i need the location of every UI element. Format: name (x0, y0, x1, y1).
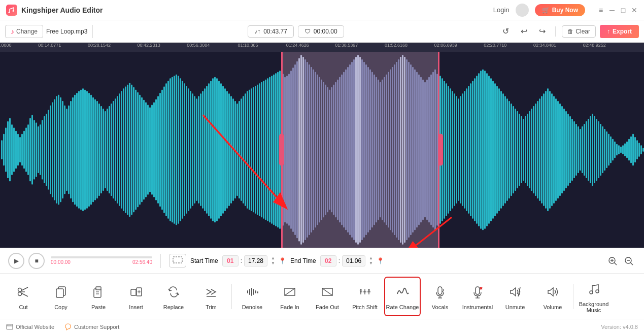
replace-tool[interactable]: Replace (155, 277, 192, 316)
file-section: ♪ Change Free Loop.mp3 (5, 25, 93, 38)
effects-tools-group: Denoise Fade In Fade Out (234, 277, 571, 316)
svg-rect-194 (388, 72, 389, 227)
redo2-button[interactable]: ↺ (498, 24, 513, 39)
zoom-in-button[interactable] (605, 254, 620, 268)
progress-bar[interactable] (51, 256, 152, 258)
svg-rect-274 (551, 93, 553, 206)
svg-rect-163 (325, 85, 326, 215)
svg-rect-77 (151, 105, 153, 195)
svg-rect-98 (194, 96, 195, 204)
vocals-icon (431, 283, 449, 301)
svg-rect-178 (355, 57, 357, 243)
close-button[interactable]: ✕ (631, 7, 638, 14)
svg-rect-276 (555, 98, 557, 201)
start-time-spin: ▲ ▼ (269, 256, 277, 266)
svg-rect-114 (226, 91, 228, 209)
insert-tool[interactable]: Insert (118, 277, 154, 316)
pin-icon-end[interactable]: 📍 (377, 257, 384, 264)
start-time-down[interactable]: ▼ (269, 261, 277, 266)
redo-button[interactable]: ↪ (535, 24, 549, 39)
pin-icon-start[interactable]: 📍 (279, 257, 286, 264)
unmute-label: Unmute (505, 304, 525, 310)
svg-rect-110 (218, 81, 220, 218)
svg-rect-303 (610, 137, 612, 163)
svg-rect-152 (302, 57, 304, 243)
end-time-down[interactable]: ▼ (367, 261, 375, 266)
svg-rect-105 (208, 83, 210, 216)
pitchshift-tool[interactable]: Pitch Shift (347, 277, 383, 316)
clear-button[interactable]: 🗑 Clear (562, 25, 596, 38)
svg-rect-17 (29, 118, 31, 182)
svg-rect-202 (404, 57, 405, 243)
svg-rect-284 (571, 119, 573, 181)
start-time-up[interactable]: ▲ (269, 256, 277, 261)
svg-rect-237 (476, 76, 478, 223)
svg-rect-189 (378, 80, 379, 220)
official-website-link[interactable]: Official Website (6, 323, 54, 330)
svg-rect-239 (480, 71, 482, 228)
end-sec-input[interactable] (342, 255, 365, 266)
stop-button[interactable]: ■ (28, 253, 45, 269)
svg-rect-218 (436, 74, 438, 226)
copy-tool[interactable]: Copy (43, 277, 79, 316)
start-time-group: : ▲ ▼ 📍 (222, 255, 286, 266)
change-button[interactable]: ♪ Change (5, 25, 43, 38)
svg-rect-242 (486, 73, 488, 226)
svg-rect-311 (626, 142, 628, 158)
svg-rect-47 (90, 95, 92, 205)
bgmusic-tool[interactable]: Background Music (575, 277, 612, 316)
maximize-button[interactable]: □ (620, 7, 627, 14)
customer-support-link[interactable]: Customer Support (64, 323, 119, 330)
svg-rect-120 (239, 101, 240, 198)
version-label: Version: v4.0.8 (601, 324, 638, 330)
svg-rect-299 (602, 126, 603, 173)
svg-rect-21 (38, 126, 39, 173)
svg-rect-42 (80, 90, 82, 210)
undo-button[interactable]: ↩ (517, 24, 531, 39)
svg-point-384 (9, 324, 9, 325)
ratechange-tool[interactable]: Rate Change (384, 277, 421, 316)
selection-mode-button[interactable] (169, 254, 186, 268)
play-button[interactable]: ▶ (8, 253, 24, 269)
buy-button[interactable]: 🛒 Buy Now (535, 4, 585, 16)
instrumental-tool[interactable]: Instrumental (459, 277, 496, 316)
volume-tool[interactable]: Volume (534, 277, 571, 316)
export-button[interactable]: ↑ Export (600, 25, 639, 38)
svg-rect-252 (506, 98, 508, 201)
svg-rect-160 (319, 77, 320, 222)
svg-rect-230 (462, 93, 463, 206)
denoise-tool[interactable]: Denoise (234, 277, 270, 316)
fadein-tool[interactable]: Fade In (272, 277, 308, 316)
total-time: 02:56.40 (132, 259, 152, 265)
login-button[interactable]: Login (493, 6, 510, 14)
svg-rect-115 (228, 93, 230, 206)
svg-rect-173 (345, 70, 347, 230)
svg-rect-85 (167, 81, 169, 218)
paste-tool[interactable]: Paste (80, 277, 117, 316)
svg-rect-228 (458, 98, 459, 201)
unmute-tool[interactable]: Unmute (497, 277, 533, 316)
svg-rect-347 (131, 289, 136, 295)
svg-line-330 (615, 262, 617, 265)
minimize-button[interactable]: ─ (608, 7, 616, 14)
svg-rect-23 (42, 120, 43, 179)
start-sec-input[interactable] (244, 255, 267, 266)
svg-rect-139 (277, 72, 279, 227)
vocals-tool[interactable]: Vocals (422, 277, 458, 316)
cut-tool[interactable]: Cut (5, 277, 42, 316)
menu-icon[interactable]: ≡ (597, 7, 604, 14)
fadeout-tool[interactable]: Fade Out (309, 277, 346, 316)
trim-tool[interactable]: Trim (193, 277, 229, 316)
end-time-up[interactable]: ▲ (367, 256, 375, 261)
svg-rect-280 (563, 109, 565, 191)
waveform-container[interactable] (0, 52, 644, 248)
end-min-input[interactable] (320, 255, 336, 266)
zoom-out-button[interactable] (622, 254, 636, 268)
start-min-input[interactable] (222, 255, 239, 266)
svg-rect-255 (513, 106, 514, 193)
svg-rect-121 (241, 98, 242, 201)
tm-12: 02:48.9252 (583, 43, 606, 48)
svg-rect-258 (519, 114, 520, 186)
svg-rect-9 (13, 127, 15, 172)
svg-rect-55 (107, 109, 108, 191)
